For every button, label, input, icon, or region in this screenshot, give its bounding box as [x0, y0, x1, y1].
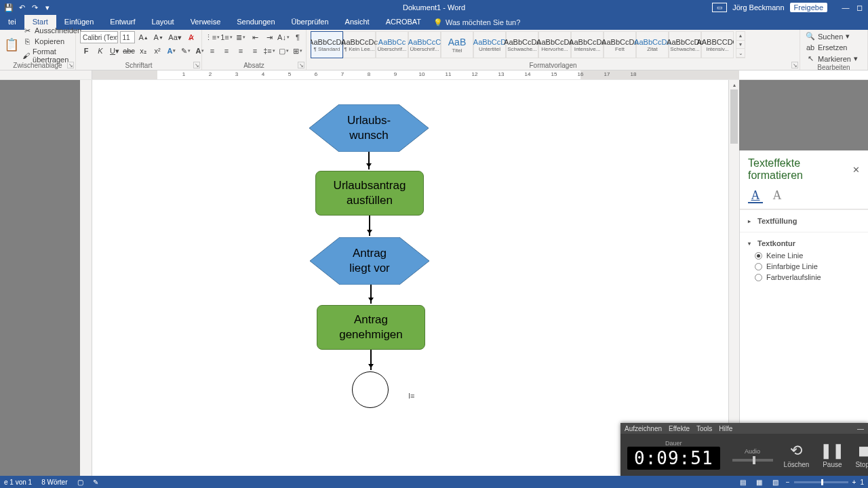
style-box[interactable]: AaBbCcDcIntensive... — [571, 31, 604, 58]
paragraph-launcher-icon[interactable]: ↘ — [298, 62, 304, 68]
font-name-combo[interactable]: Calibri (Textk — [80, 31, 118, 43]
italic-button[interactable]: K — [94, 45, 106, 57]
page-viewport[interactable]: Urlaubs- wunsch Urlaubsantrag ausfüllen … — [92, 80, 728, 476]
style-box[interactable]: AaBbCcDcZitat — [636, 31, 669, 58]
style-box[interactable]: AaBbCcDcSchwache... — [506, 31, 538, 58]
grow-font-button[interactable]: A▲ — [137, 31, 150, 43]
rec-menu-effects[interactable]: Effekte — [669, 425, 690, 432]
align-left-button[interactable]: ≡ — [206, 45, 218, 57]
style-box[interactable]: AaBbCcÜberschrif... — [376, 31, 408, 58]
shading-button[interactable]: ▢ — [277, 45, 290, 57]
style-box[interactable]: AaBbCcDcFett — [604, 31, 636, 58]
radio-no-line[interactable]: Keine Linie — [748, 250, 860, 261]
cut-button[interactable]: ✂Ausschneiden — [21, 26, 83, 36]
rec-delete-button[interactable]: ⟲Löschen — [778, 442, 815, 468]
tell-me-search[interactable]: 💡Was möchten Sie tun? — [433, 15, 520, 30]
align-center-button[interactable]: ≡ — [220, 45, 233, 57]
replace-button[interactable]: abErsetzen — [804, 43, 863, 52]
text-fill-outline-tab-icon[interactable]: A — [748, 188, 763, 203]
paste-button[interactable]: 📋 — [4, 37, 19, 52]
style-box[interactable]: AABBCCDCIntensiv... — [701, 31, 734, 58]
rec-stop-button[interactable]: ◼Stopp — [850, 442, 868, 468]
font-size-combo[interactable]: 11 — [120, 31, 136, 43]
style-box[interactable]: AaBbCcCÜberschrif... — [408, 31, 441, 58]
save-icon[interactable]: 💾 — [3, 1, 15, 14]
style-box[interactable]: AaBTitel — [441, 31, 473, 58]
zoom-out-icon[interactable]: − — [786, 479, 790, 486]
style-box[interactable]: AaBbCcDc¶ Kein Lee... — [343, 31, 376, 58]
sort-button[interactable]: A↓ — [277, 31, 290, 43]
highlight-button[interactable]: ✎ — [180, 45, 192, 57]
flowchart-rect-2[interactable]: Antrag genehmigen — [317, 305, 425, 350]
rec-menu-tools[interactable]: Tools — [696, 425, 712, 432]
styles-launcher-icon[interactable]: ↘ — [791, 62, 798, 68]
share-button[interactable]: Freigebe — [790, 3, 827, 12]
pane-expand-fill[interactable]: ▸Textfüllung — [748, 214, 860, 228]
maximize-icon[interactable]: ◻ — [853, 1, 865, 14]
styles-gallery[interactable]: AaBbCcDc¶ StandardAaBbCcDc¶ Kein Lee...A… — [311, 31, 734, 58]
vertical-scrollbar[interactable]: ▴ ▾ — [728, 80, 739, 476]
rec-audio-slider[interactable] — [732, 459, 773, 462]
tab-design[interactable]: Entwurf — [102, 15, 143, 30]
align-right-button[interactable]: ≡ — [235, 45, 247, 57]
bold-button[interactable]: F — [80, 45, 92, 57]
display-mode-icon[interactable]: ▭ — [712, 3, 727, 12]
decrease-indent-button[interactable]: ⇤ — [249, 31, 261, 43]
clear-formatting-button[interactable]: A̷ — [185, 31, 197, 43]
show-marks-button[interactable]: ¶ — [292, 31, 304, 43]
rec-menu-record[interactable]: Aufzeichnen — [625, 425, 662, 432]
borders-button[interactable]: ⊞ — [292, 45, 304, 57]
status-page[interactable]: e 1 von 1 — [4, 479, 32, 486]
shrink-font-button[interactable]: A▼ — [152, 31, 165, 43]
zoom-slider[interactable] — [794, 481, 848, 483]
status-word-count[interactable]: 8 Wörter — [41, 479, 67, 486]
select-button[interactable]: ↖Markieren▾ — [804, 54, 863, 64]
horizontal-ruler[interactable]: 123456789101112131415161718 — [92, 70, 739, 79]
chevron-down-icon[interactable]: ▾ — [736, 41, 745, 49]
radio-solid-line[interactable]: Einfarbige Linie — [748, 261, 860, 272]
rec-menu-help[interactable]: Hilfe — [719, 425, 732, 432]
redo-icon[interactable]: ↷ — [28, 1, 41, 14]
flowchart-hex-1[interactable]: Urlaubs- wunsch — [309, 104, 429, 152]
undo-icon[interactable]: ↶ — [16, 1, 28, 14]
tab-review[interactable]: Überprüfen — [283, 15, 337, 30]
text-effects-button[interactable]: A — [165, 45, 178, 57]
status-language-icon[interactable]: ▢ — [77, 479, 83, 486]
flowchart-circle-end[interactable] — [352, 371, 389, 408]
tab-view[interactable]: Ansicht — [337, 15, 378, 30]
minimize-icon[interactable]: — — [840, 1, 852, 14]
multilevel-button[interactable]: ≣ — [235, 31, 247, 43]
style-box[interactable]: AaBbCcDcHervorhe... — [538, 31, 571, 58]
chevron-up-icon[interactable]: ▴ — [736, 32, 745, 41]
radio-gradient-line[interactable]: Farbverlaufslinie — [748, 272, 860, 283]
style-box[interactable]: AaBbCcDUntertitel — [473, 31, 506, 58]
increase-indent-button[interactable]: ⇥ — [263, 31, 275, 43]
superscript-button[interactable]: x² — [151, 45, 163, 57]
qat-customize-icon[interactable]: ▾ — [41, 1, 54, 14]
style-box[interactable]: AaBbCcDc¶ Standard — [311, 31, 343, 58]
change-case-button[interactable]: Aa▾ — [167, 31, 183, 43]
scroll-up-icon[interactable]: ▴ — [729, 80, 739, 89]
tab-layout[interactable]: Layout — [144, 15, 182, 30]
clipboard-launcher-icon[interactable]: ↘ — [67, 62, 74, 68]
find-button[interactable]: 🔍Suchen▾ — [804, 31, 863, 41]
copy-button[interactable]: ⎘Kopieren — [21, 37, 83, 46]
pane-close-icon[interactable]: ✕ — [852, 165, 860, 175]
styles-scroll[interactable]: ▴▾⌄ — [736, 31, 745, 58]
line-spacing-button[interactable]: ‡≡ — [263, 45, 275, 57]
view-web-icon[interactable]: ▧ — [770, 477, 782, 487]
view-print-icon[interactable]: ▦ — [753, 477, 766, 487]
scroll-thumb[interactable] — [730, 89, 738, 144]
tab-references[interactable]: Verweise — [182, 15, 229, 30]
tab-acrobat[interactable]: ACROBAT — [378, 15, 429, 30]
underline-button[interactable]: U▾ — [108, 45, 121, 57]
vertical-ruler[interactable] — [80, 80, 92, 476]
status-proofing-icon[interactable]: ✎ — [93, 479, 98, 486]
strikethrough-button[interactable]: abc — [123, 45, 135, 57]
styles-expand-icon[interactable]: ⌄ — [736, 49, 745, 58]
numbering-button[interactable]: 1≡ — [220, 31, 233, 43]
font-launcher-icon[interactable]: ↘ — [193, 62, 200, 68]
zoom-in-icon[interactable]: + — [852, 479, 856, 486]
justify-button[interactable]: ≡ — [249, 45, 261, 57]
rec-pause-button[interactable]: ❚❚Pause — [814, 442, 850, 468]
